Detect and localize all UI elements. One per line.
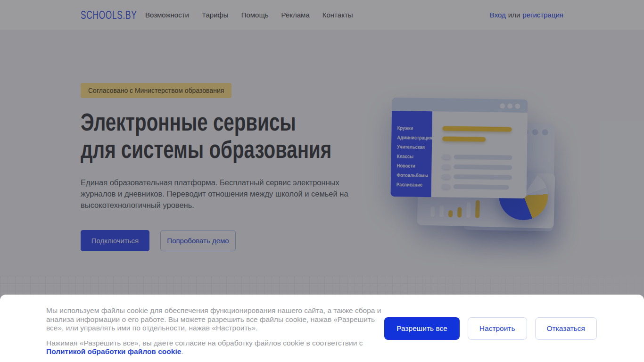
cookie-text-block: Мы используем файлы cookie для обеспечен…: [46, 306, 385, 356]
cookie-paragraph-2-suffix: .: [181, 347, 183, 355]
cookie-paragraph-2-prefix: Нажимая «Разрешить все», вы даете соглас…: [46, 339, 363, 347]
cookie-paragraph-1: Мы используем файлы cookie для обеспечен…: [46, 306, 385, 333]
configure-cookies-button[interactable]: Настроить: [468, 317, 527, 340]
cookie-paragraph-2: Нажимая «Разрешить все», вы даете соглас…: [46, 339, 385, 356]
cookie-consent-banner: Мы используем файлы cookie для обеспечен…: [0, 295, 644, 362]
cookie-policy-link[interactable]: Политикой обработки файлов cookie: [46, 347, 181, 355]
cookie-buttons: Разрешить все Настроить Отказаться: [384, 317, 597, 340]
decline-cookies-button[interactable]: Отказаться: [535, 317, 597, 340]
allow-all-cookies-button[interactable]: Разрешить все: [384, 317, 460, 340]
